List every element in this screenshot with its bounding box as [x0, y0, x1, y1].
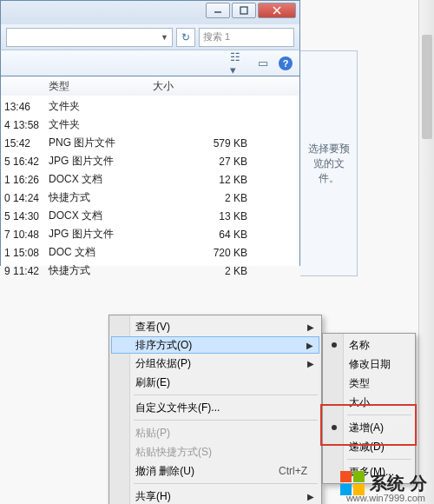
- sort-descending[interactable]: 递减(D): [325, 437, 413, 456]
- sort-ascending[interactable]: 递增(A): [325, 418, 413, 437]
- menu-undo-delete[interactable]: 撤消 删除(U)Ctrl+Z: [111, 461, 319, 481]
- menu-paste: 粘贴(P): [111, 423, 319, 442]
- watermark-text: 系统 分: [370, 472, 427, 495]
- submenu-arrow-icon: ▶: [307, 359, 314, 368]
- table-row[interactable]: 5 14:30DOCX 文档13 KB: [1, 207, 299, 225]
- toolbar: ☷ ▾ ▭ ?: [0, 50, 300, 76]
- column-type[interactable]: 类型: [49, 79, 153, 94]
- scrollbar-thumb[interactable]: [422, 35, 432, 139]
- submenu-arrow-icon: ▶: [306, 341, 313, 350]
- menu-sort-by[interactable]: 排序方式(O)▶: [111, 336, 319, 354]
- sort-size[interactable]: 大小: [325, 393, 413, 412]
- sort-type[interactable]: 类型: [325, 374, 413, 393]
- view-options-icon[interactable]: ☷ ▾: [230, 55, 247, 72]
- menu-separator: [347, 414, 411, 415]
- sort-submenu: 名称 修改日期 类型 大小 递增(A) 递减(D) 更多(M)...: [322, 333, 416, 484]
- table-row[interactable]: 1 16:26DOCX 文档12 KB: [1, 170, 299, 189]
- close-button[interactable]: [258, 3, 296, 18]
- table-row[interactable]: 5 16:42JPG 图片文件27 KB: [1, 152, 299, 170]
- column-header: 类型 大小: [0, 76, 300, 96]
- menu-separator: [347, 459, 411, 460]
- menu-group-by[interactable]: 分组依据(P)▶: [111, 354, 319, 373]
- sort-modified[interactable]: 修改日期: [325, 355, 413, 374]
- menu-paste-shortcut: 粘贴快捷方式(S): [111, 442, 319, 461]
- table-row[interactable]: 7 10:48JPG 图片文件64 KB: [1, 225, 299, 243]
- table-row[interactable]: 13:46文件夹: [1, 97, 299, 116]
- submenu-arrow-icon: ▶: [307, 492, 314, 501]
- context-menu: 查看(V)▶ 排序方式(O)▶ 分组依据(P)▶ 刷新(E) 自定义文件夹(F)…: [108, 315, 322, 504]
- navigation-bar: ▼ ↻ 搜索 1: [0, 24, 300, 50]
- menu-shortcut: Ctrl+Z: [279, 465, 307, 477]
- menu-refresh[interactable]: 刷新(E): [111, 373, 319, 392]
- table-row[interactable]: 15:42PNG 图片文件579 KB: [1, 134, 299, 152]
- table-row[interactable]: 0 14:24快捷方式2 KB: [1, 189, 299, 207]
- menu-separator: [134, 483, 318, 484]
- preview-pane-icon[interactable]: ▭: [254, 55, 272, 72]
- minimize-button[interactable]: [206, 3, 230, 18]
- watermark: 系统 分: [340, 471, 427, 495]
- menu-separator: [134, 420, 318, 421]
- window-titlebar: [0, 0, 300, 24]
- preview-placeholder: 选择要预览的文件。: [304, 142, 353, 186]
- search-input[interactable]: 搜索 1: [199, 28, 294, 47]
- sort-name[interactable]: 名称: [325, 335, 413, 355]
- preview-pane: 选择要预览的文件。: [300, 50, 358, 276]
- page-scrollbar[interactable]: [418, 0, 434, 504]
- menu-customize-folder[interactable]: 自定义文件夹(F)...: [111, 398, 319, 417]
- menu-view[interactable]: 查看(V)▶: [111, 317, 319, 336]
- submenu-arrow-icon: ▶: [307, 322, 314, 332]
- menu-separator: [134, 395, 318, 395]
- table-row[interactable]: 9 11:42快捷方式2 KB: [1, 262, 299, 280]
- microsoft-logo-icon: [340, 471, 365, 495]
- bullet-icon: [332, 342, 337, 348]
- address-bar[interactable]: ▼: [6, 28, 173, 47]
- search-placeholder: 搜索 1: [203, 30, 230, 43]
- column-size[interactable]: 大小: [153, 79, 299, 94]
- maximize-button[interactable]: [232, 3, 256, 18]
- table-row[interactable]: 1 15:08DOC 文档720 KB: [1, 243, 299, 262]
- file-list: 13:46文件夹 4 13:58文件夹 15:42PNG 图片文件579 KB …: [0, 96, 300, 266]
- watermark-url: www.win7999.com: [346, 493, 425, 503]
- bullet-icon: [332, 425, 337, 430]
- refresh-button[interactable]: ↻: [176, 28, 195, 47]
- table-row[interactable]: 4 13:58文件夹: [1, 116, 299, 134]
- svg-rect-1: [240, 7, 247, 14]
- address-dropdown-icon[interactable]: ▼: [161, 33, 168, 42]
- help-icon[interactable]: ?: [279, 56, 293, 70]
- menu-share[interactable]: 共享(H)▶: [111, 487, 319, 504]
